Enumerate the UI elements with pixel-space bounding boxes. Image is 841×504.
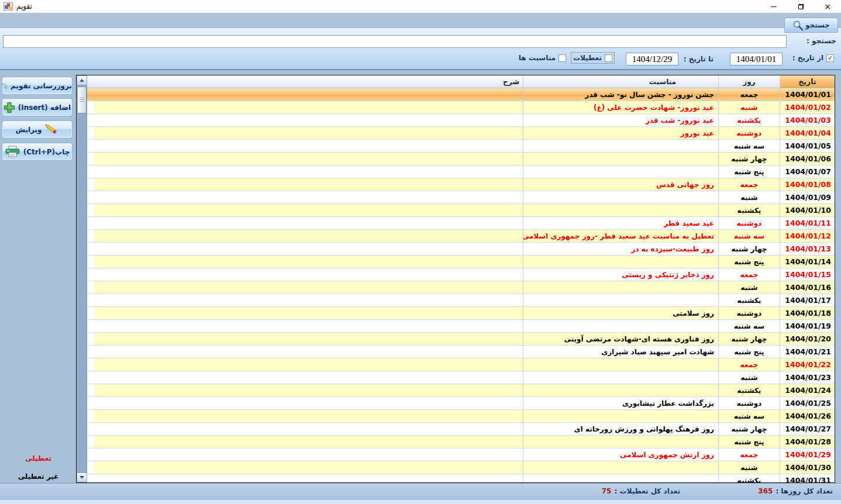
- table-row[interactable]: چهار شنبه1404/01/06: [87, 153, 835, 165]
- cell-desc: [94, 384, 523, 397]
- cell-gutter: [87, 294, 94, 307]
- cell-day: چهار شنبه: [718, 333, 780, 346]
- minimize-button[interactable]: [760, 0, 787, 13]
- table-row[interactable]: یکشنبه1404/01/17: [87, 294, 835, 307]
- from-date-checkbox[interactable]: ✓: [826, 54, 834, 62]
- scroll-up-button[interactable]: [77, 75, 87, 85]
- window-title: تقویم: [16, 2, 32, 11]
- table-row[interactable]: پنج شنبه1404/01/07: [87, 165, 835, 178]
- holidays-checkbox[interactable]: [605, 54, 612, 62]
- table-row[interactable]: شنبه1404/01/16: [87, 281, 835, 294]
- cell-occ: [523, 165, 718, 178]
- table-row[interactable]: روز سلامتیدوشنبه1404/01/18: [87, 307, 835, 320]
- table-row[interactable]: پنج شنبه1404/01/14: [87, 256, 835, 268]
- scroll-down-button[interactable]: [77, 472, 87, 482]
- table-row[interactable]: جمعه1404/01/22: [87, 358, 835, 371]
- add-insert-button[interactable]: اضافه (Insert): [2, 98, 73, 116]
- close-button[interactable]: ×: [814, 0, 841, 13]
- header-occasion[interactable]: مناسبت: [523, 75, 718, 88]
- table-row[interactable]: شنبه1404/01/09: [87, 191, 835, 204]
- table-row[interactable]: تعطیل به مناسبت عید سعید فطر -روز جمهوری…: [87, 230, 835, 243]
- scrollbar-thumb[interactable]: [77, 87, 87, 113]
- occasions-checkbox[interactable]: [559, 54, 566, 62]
- calendar-refresh-icon: [2, 80, 8, 92]
- filter-row: ✓ از تاریخ : تا تاریخ : تعطیلات مناسبت ه…: [0, 53, 841, 67]
- table-row[interactable]: شنبه1404/01/23: [87, 371, 835, 384]
- cell-gutter: [87, 320, 94, 333]
- cell-date: 1404/01/04: [780, 127, 835, 140]
- table-row[interactable]: عید نوروزدوشنبه1404/01/04: [87, 127, 835, 140]
- table-row[interactable]: عید نوروز- شب قدریکشنبه1404/01/03: [87, 114, 835, 127]
- table-row[interactable]: شنبه1404/01/30: [87, 461, 835, 474]
- bottom-strip: [0, 500, 841, 504]
- grid-header: شرح مناسبت روز تاریخ: [87, 75, 835, 88]
- cell-gutter: [87, 448, 94, 461]
- print-label: چاپ(Ctrl+P): [23, 148, 70, 156]
- cell-gutter: [87, 165, 94, 178]
- cell-occ: [523, 281, 718, 294]
- cell-day: سه شنبه: [718, 140, 780, 153]
- cell-date: 1404/01/29: [780, 448, 835, 461]
- cell-day: پنج شنبه: [718, 256, 780, 268]
- restore-button[interactable]: [787, 0, 814, 13]
- header-day[interactable]: روز: [718, 75, 780, 88]
- cell-occ: [523, 191, 718, 204]
- table-row[interactable]: عید نوروز- شهادت حضرت علی (ع)شنبه1404/01…: [87, 101, 835, 114]
- cell-occ: روز ذخایر ژنتیکی و زیستی: [523, 268, 718, 281]
- vertical-scrollbar[interactable]: [77, 75, 87, 482]
- table-row[interactable]: یکشنبه1404/01/24: [87, 384, 835, 397]
- cell-gutter: [87, 281, 94, 294]
- cell-day: یکشنبه: [718, 114, 780, 127]
- cell-occ: [523, 320, 718, 333]
- table-row[interactable]: روز جهانی قدسجمعه1404/01/08: [87, 178, 835, 191]
- table-row[interactable]: جشن نوروز - جشن سال نو- شب قدرجمعه1404/0…: [87, 88, 835, 101]
- table-row[interactable]: سه شنبه1404/01/26: [87, 410, 835, 423]
- add-insert-label: اضافه (Insert): [18, 103, 71, 112]
- header-date[interactable]: تاریخ: [780, 75, 835, 88]
- from-date-checkbox-group[interactable]: ✓ از تاریخ :: [792, 54, 834, 62]
- update-calendar-button[interactable]: بروزرسانی تقویم: [2, 77, 73, 95]
- cell-desc: [94, 101, 523, 114]
- search-input[interactable]: [3, 35, 787, 48]
- table-row[interactable]: روز ذخایر ژنتیکی و زیستیجمعه1404/01/15: [87, 268, 835, 281]
- cell-desc: [94, 461, 523, 474]
- table-row[interactable]: یکشنبه1404/01/31: [87, 474, 835, 482]
- cell-desc: [94, 346, 523, 358]
- holidays-checkbox-group[interactable]: تعطیلات: [573, 54, 613, 62]
- cell-occ: جشن نوروز - جشن سال نو- شب قدر: [523, 88, 718, 101]
- from-date-input[interactable]: [730, 53, 783, 65]
- table-row[interactable]: روز فناوری هسته ای-شهادت مرتضی آوینیچهار…: [87, 333, 835, 346]
- cell-gutter: [87, 346, 94, 358]
- search-button[interactable]: جستجو: [784, 18, 838, 33]
- to-date-input[interactable]: [626, 53, 678, 65]
- cell-desc: [94, 191, 523, 204]
- header-desc[interactable]: شرح: [94, 75, 523, 88]
- cell-day: دوشنبه: [718, 397, 780, 410]
- cell-desc: [94, 114, 523, 127]
- table-row[interactable]: پنج شنبه1404/01/28: [87, 436, 835, 448]
- table-row[interactable]: روز فرهنگ پهلوانی و ورزش زورخانه ایچهار …: [87, 423, 835, 436]
- table-row[interactable]: سه شنبه1404/01/19: [87, 320, 835, 333]
- table-row[interactable]: شهادت امیر سپهبد صیاد شیرازیپنج شنبه1404…: [87, 346, 835, 358]
- occasions-label: مناسبت ها: [519, 54, 556, 62]
- cell-day: شنبه: [718, 191, 780, 204]
- table-row[interactable]: یکشنبه1404/01/10: [87, 204, 835, 217]
- total-holidays-label: تعداد کل تعطیلات :: [614, 487, 680, 495]
- cell-date: 1404/01/30: [780, 461, 835, 474]
- header-gutter: [87, 75, 94, 88]
- cell-gutter: [87, 88, 94, 101]
- table-row[interactable]: بزرگداشت عطار نیشابوریدوشنبه1404/01/25: [87, 397, 835, 410]
- table-row[interactable]: روز ارتش جمهوری اسلامیجمعه1404/01/29: [87, 448, 835, 461]
- occasions-checkbox-group[interactable]: مناسبت ها: [519, 54, 566, 62]
- cell-gutter: [87, 397, 94, 410]
- table-row[interactable]: عید سعید فطردوشنبه1404/01/11: [87, 217, 835, 230]
- edit-button[interactable]: ویرایش: [2, 120, 73, 139]
- to-date-label: تا تاریخ :: [684, 55, 714, 63]
- table-row[interactable]: سه شنبه1404/01/05: [87, 140, 835, 153]
- table-row[interactable]: روز طبیعت-سیزده به درچهار شنبه1404/01/13: [87, 243, 835, 256]
- total-days-value: 365: [758, 487, 773, 495]
- print-button[interactable]: چاپ(Ctrl+P): [2, 143, 73, 161]
- printer-icon: [5, 146, 20, 158]
- cell-gutter: [87, 230, 94, 243]
- cell-date: 1404/01/15: [780, 268, 835, 281]
